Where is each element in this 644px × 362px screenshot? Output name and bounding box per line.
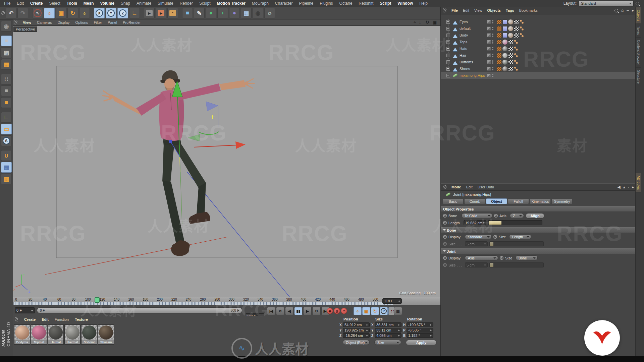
- material-menu-function[interactable]: Function: [55, 317, 69, 321]
- attribute-menu-user-data[interactable]: User Data: [478, 185, 494, 189]
- material-tag-icon[interactable]: [502, 60, 507, 65]
- rotate-tool-button[interactable]: ↻: [67, 8, 78, 18]
- keyframe-circle-icon[interactable]: [493, 235, 497, 239]
- coord-field-rotation-b[interactable]: 1.192 °: [407, 333, 433, 338]
- coords-mode-dropdown-object-rel[interactable]: Object (Rel): [343, 340, 370, 345]
- coords-mode-dropdown-size[interactable]: Size: [374, 340, 401, 345]
- menu-animate[interactable]: Animate: [137, 1, 151, 6]
- menu-simulate[interactable]: Simulate: [158, 1, 173, 6]
- field-spinner[interactable]: [484, 263, 486, 267]
- step-forward-button[interactable]: ▶: [303, 307, 312, 315]
- goto-start-button[interactable]: |◀: [267, 307, 275, 315]
- collapse-icon[interactable]: –: [627, 8, 629, 13]
- viewport-menu-view[interactable]: View: [23, 20, 31, 24]
- side-tab-objects[interactable]: Objects: [636, 7, 641, 24]
- object-manager-menu-bookmarks[interactable]: Bookmarks: [519, 8, 538, 12]
- perspective-viewport[interactable]: Y X Z Perspective Grid Spacing : 100 cm: [13, 26, 440, 297]
- timeline-ruler[interactable]: 0204060801001201401601802002202402602803…: [13, 297, 440, 305]
- visibility-toggles[interactable]: [487, 40, 493, 44]
- start-frame-field[interactable]: 0 F: [15, 307, 35, 313]
- workplane-lock-button[interactable]: ▦: [1, 162, 12, 173]
- viewport-solo-button[interactable]: ▭: [1, 124, 12, 134]
- coordinate-system-button[interactable]: ∟: [129, 8, 140, 18]
- viewport-menu-panel[interactable]: Panel: [108, 20, 117, 24]
- preview-range-slider[interactable]: 0 F 508 F: [37, 307, 242, 313]
- keyframe-circle-icon[interactable]: [500, 256, 503, 260]
- key-position-button[interactable]: ↔↕: [354, 307, 362, 315]
- material-tag-icon[interactable]: [508, 19, 513, 24]
- viewport-canvas[interactable]: Y X Z: [13, 26, 440, 297]
- coord-spinner[interactable]: [430, 328, 432, 332]
- character-model[interactable]: [103, 70, 254, 256]
- step-back-button[interactable]: ◀: [285, 307, 293, 315]
- coord-field-position-y[interactable]: 198.925 cm: [343, 328, 370, 333]
- menu-sculpt[interactable]: Sculpt: [199, 1, 210, 6]
- workplane-mode-button[interactable]: ▦: [1, 59, 12, 70]
- keyframe-circle-icon[interactable]: [494, 214, 498, 218]
- menu-select[interactable]: Select: [49, 1, 60, 6]
- material-tag-icon[interactable]: [502, 53, 507, 58]
- value-slider[interactable]: [489, 262, 544, 267]
- dropdown-bone[interactable]: Bone: [516, 255, 538, 260]
- key-rotation-button[interactable]: ↻: [371, 307, 379, 315]
- nav-up-icon[interactable]: ▴: [623, 185, 625, 189]
- play-forward-button[interactable]: ↻: [312, 307, 321, 315]
- menu-pipeline[interactable]: Pipeline: [299, 1, 314, 6]
- attribute-tab-symmetry[interactable]: Symmetry: [551, 198, 573, 204]
- object-manager-menu-view[interactable]: View: [474, 8, 482, 12]
- material-topmat[interactable]: Topmat: [31, 324, 47, 345]
- visibility-toggles[interactable]: [487, 26, 493, 31]
- object-row-hats[interactable]: Hats: [441, 45, 644, 52]
- play-reverse-button[interactable]: ↺: [276, 307, 284, 315]
- visibility-toggles[interactable]: [487, 67, 493, 71]
- material-tag-icon[interactable]: [502, 66, 507, 71]
- coord-field-size-y[interactable]: 33.11 cm: [375, 328, 401, 333]
- uvw-tag-icon[interactable]: [514, 26, 519, 31]
- coord-spinner[interactable]: [430, 334, 432, 338]
- planar-workplane-button[interactable]: ▦: [1, 174, 12, 184]
- edges-mode-button[interactable]: ■: [1, 85, 12, 96]
- object-manager-menu-objects[interactable]: Objects: [487, 8, 501, 12]
- menu-redshift[interactable]: Redshift: [359, 1, 373, 6]
- viewport-menu-cameras[interactable]: Cameras: [37, 20, 52, 24]
- toolbar-grip[interactable]: [1, 11, 5, 15]
- expand-icon[interactable]: [446, 47, 450, 51]
- section-header-joint[interactable]: Joint: [441, 248, 644, 254]
- dropdown-axis[interactable]: Axis: [465, 255, 498, 260]
- dropdown-z[interactable]: Z: [510, 213, 524, 218]
- keyframe-circle-icon[interactable]: [443, 263, 447, 267]
- lock-y-axis-button[interactable]: Y: [106, 8, 116, 18]
- dots-tag-icon[interactable]: [514, 40, 519, 45]
- autokeying-button[interactable]: (): [334, 308, 340, 314]
- model-mode-button[interactable]: ■: [1, 36, 12, 46]
- visibility-toggles[interactable]: [487, 60, 493, 64]
- object-manager-menu-file[interactable]: File: [451, 8, 458, 12]
- coord-spinner[interactable]: [366, 334, 368, 338]
- bone-tag-icon[interactable]: [502, 33, 507, 38]
- dots-tag-icon[interactable]: [514, 53, 519, 58]
- live-selection-button[interactable]: ↖: [32, 8, 43, 18]
- polygons-mode-button[interactable]: ■: [1, 97, 12, 108]
- attribute-tab-coord[interactable]: Coord.: [464, 198, 485, 204]
- uvw-tag-icon[interactable]: [514, 33, 519, 38]
- menu-octane[interactable]: Octane: [339, 1, 353, 6]
- expand-icon[interactable]: [446, 54, 450, 57]
- material-bodyma[interactable]: Bodyma: [14, 324, 30, 345]
- menu-file[interactable]: File: [4, 1, 10, 6]
- side-tab-structure[interactable]: Structure: [636, 68, 641, 86]
- scale-tool-button[interactable]: ▣: [56, 8, 66, 18]
- uvw-tag-icon[interactable]: [508, 66, 513, 71]
- undo-button[interactable]: ↶: [6, 8, 16, 18]
- dots-tag-icon[interactable]: [520, 33, 525, 38]
- attribute-tab-kinematics[interactable]: Kinematics: [530, 198, 551, 204]
- move-tool-button[interactable]: ↔↕: [44, 8, 55, 18]
- bone-tag-icon[interactable]: [502, 26, 507, 31]
- expand-icon[interactable]: [446, 74, 450, 77]
- add-generator-button[interactable]: ●: [206, 8, 216, 18]
- menu-motion-tracker[interactable]: Motion Tracker: [217, 1, 245, 6]
- render-picture-viewer-button[interactable]: ▶: [156, 8, 166, 18]
- menu-tools[interactable]: Tools: [67, 1, 77, 6]
- menu-window[interactable]: Window: [397, 1, 413, 6]
- side-tab-attributes[interactable]: Attributes: [636, 173, 641, 192]
- object-row-bottoms[interactable]: Bottoms: [441, 59, 644, 65]
